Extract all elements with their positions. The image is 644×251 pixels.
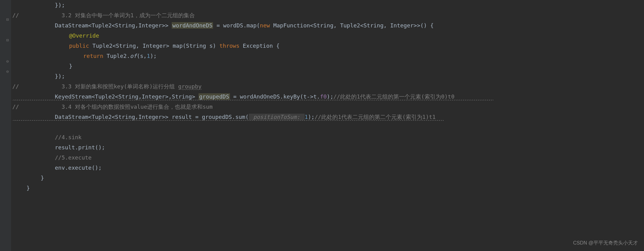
comment-typo: groupby bbox=[178, 83, 202, 90]
parameter-hint: positionToSum: bbox=[249, 114, 305, 120]
code-line: DataStream<Tuple2<String,Integer>> wordA… bbox=[0, 20, 644, 30]
closing-brace: } bbox=[27, 185, 30, 191]
fold-icon[interactable]: ⊟ bbox=[6, 38, 10, 41]
keyword-new: new bbox=[260, 22, 270, 29]
code-line: env.execute(); bbox=[0, 163, 644, 173]
code-text: ); bbox=[150, 53, 157, 59]
variable-highlight: groupedDS bbox=[199, 93, 230, 100]
code-line: //3.2 对集合中每一个单词为1，成为一个二元组的集合 bbox=[0, 10, 644, 20]
code-editor[interactable]: }); //3.2 对集合中每一个单词为1，成为一个二元组的集合 DataStr… bbox=[0, 0, 644, 193]
keyword-return: return bbox=[83, 53, 103, 59]
comment-text: //4.sink bbox=[55, 134, 82, 140]
method-name: map bbox=[173, 43, 183, 49]
field-access: f0 bbox=[320, 93, 327, 100]
code-line: } bbox=[0, 183, 644, 193]
comment-marker: // bbox=[12, 103, 19, 110]
keyword-throws: throws bbox=[219, 43, 240, 49]
code-text: (String s) bbox=[183, 43, 219, 49]
code-text: ); bbox=[327, 93, 334, 100]
code-text: = wordAndOneDS.keyBy(t->t. bbox=[230, 93, 320, 100]
comment-text: 3.2 对集合中每一个单词为1，成为一个二元组的集合 bbox=[62, 12, 195, 18]
comment-marker: // bbox=[12, 12, 19, 18]
code-line: public Tuple2<String, Integer> map(Strin… bbox=[0, 41, 644, 51]
fold-icon[interactable]: ⊖ bbox=[6, 69, 10, 73]
code-line: //3.4 对各个组内的数据按照value进行集合，也就是求和sum bbox=[0, 102, 644, 112]
comment-marker: // bbox=[12, 83, 19, 90]
comment-text: 3.3 对新的集和按照key(单词名称)运行分组 bbox=[62, 83, 178, 90]
code-line bbox=[0, 122, 644, 132]
comment-text: 3.4 对各个组内的数据按照value进行集合，也就是求和sum bbox=[62, 103, 213, 110]
warning-underline bbox=[12, 100, 493, 100]
code-line: }); bbox=[0, 71, 644, 81]
inline-comment: //此处的1代表二元组的第一个元素(索引为0)t0 bbox=[334, 93, 455, 100]
static-method: of bbox=[130, 53, 137, 59]
inline-comment: //此处的1代表二元组的第二个元素(索引为1)t1 bbox=[314, 114, 436, 120]
code-line: @Override bbox=[0, 30, 644, 41]
warning-underline bbox=[12, 120, 444, 121]
closing-brace: } bbox=[69, 63, 72, 69]
type-decl: DataStream<Tuple2<String,Integer>> bbox=[55, 22, 172, 29]
code-text: (s, bbox=[137, 53, 147, 59]
code-line: //3.3 对新的集和按照key(单词名称)运行分组 groupby bbox=[0, 81, 644, 91]
code-text: MapFunction<String, Tuple2<String, Integ… bbox=[270, 22, 434, 29]
code-text: env.execute(); bbox=[55, 164, 102, 171]
code-line: //5.execute bbox=[0, 152, 644, 163]
keyword-public: public bbox=[69, 43, 89, 49]
closing-brace: }); bbox=[55, 2, 65, 8]
code-text: result.print(); bbox=[55, 144, 105, 151]
closing-brace: } bbox=[41, 175, 44, 181]
fold-icon[interactable]: ⊟ bbox=[6, 17, 10, 21]
type-decl: KeyedStream<Tuple2<String,Integer>,Strin… bbox=[55, 93, 199, 100]
code-text: Tuple2. bbox=[103, 53, 130, 59]
annotation-override: @Override bbox=[69, 32, 99, 39]
code-line: } bbox=[0, 173, 644, 183]
variable-highlight: wordAndOneDS bbox=[172, 22, 213, 29]
code-line: } bbox=[0, 61, 644, 71]
code-text: Exception { bbox=[240, 43, 280, 49]
code-text: = wordDS.map( bbox=[213, 22, 260, 29]
number-literal: 1 bbox=[147, 53, 150, 59]
code-line: //4.sink bbox=[0, 132, 644, 142]
fold-icon[interactable]: ⊖ bbox=[6, 59, 10, 63]
number-literal: 1 bbox=[305, 114, 308, 120]
closing-brace: }); bbox=[55, 73, 65, 79]
code-line: }); bbox=[0, 0, 644, 10]
code-text: DataStream<Tuple2<String,Integer>> resul… bbox=[55, 114, 249, 120]
code-line: return Tuple2.of(s,1); bbox=[0, 51, 644, 61]
code-line: result.print(); bbox=[0, 142, 644, 152]
watermark-text: CSDN @平平无奇秃头小天才 bbox=[573, 240, 638, 246]
code-text: ); bbox=[308, 114, 315, 120]
comment-text: //5.execute bbox=[55, 154, 92, 161]
gutter: ⊟ ⊟ ⊖ ⊖ bbox=[0, 0, 11, 251]
code-text: Tuple2<String, Integer> bbox=[89, 43, 173, 49]
